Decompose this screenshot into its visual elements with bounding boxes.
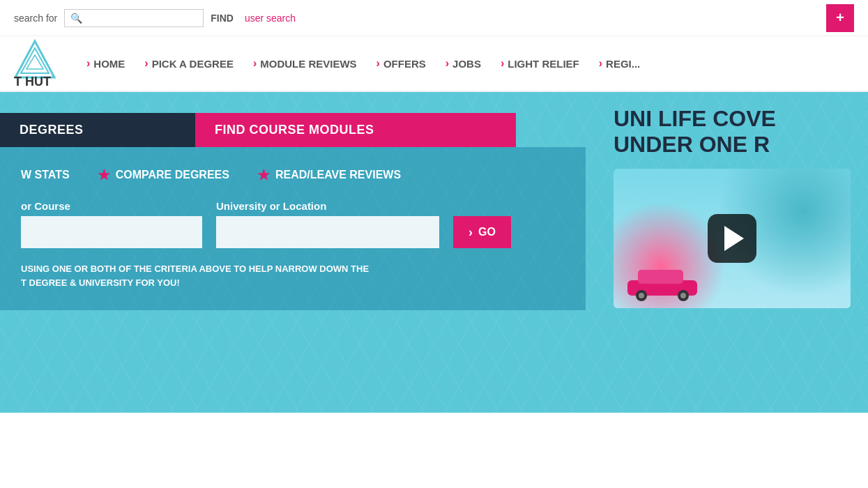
nav-item-light-relief[interactable]: › LIGHT RELIEF xyxy=(491,36,589,91)
nav-label-module-reviews: MODULE REVIEWS xyxy=(260,58,356,70)
nav-label-offers: OFFERS xyxy=(383,58,426,70)
search-input[interactable] xyxy=(86,13,198,24)
search-for-label: search for xyxy=(14,13,57,24)
chevron-icon: › xyxy=(253,57,257,70)
search-panel: W STATS ★ COMPARE DEGREES ★ READ/LEAVE R… xyxy=(0,147,586,310)
feature-compare[interactable]: ★ COMPARE DEGREES xyxy=(98,167,229,183)
location-field-group: University or Location xyxy=(216,200,439,248)
nav-item-home[interactable]: › HOME xyxy=(77,36,135,91)
svg-rect-4 xyxy=(638,270,683,284)
logo-icon xyxy=(14,38,56,80)
video-thumbnail[interactable] xyxy=(614,169,851,308)
tab-find-modules[interactable]: FIND COURSE MODULES xyxy=(195,113,516,147)
features-row: W STATS ★ COMPARE DEGREES ★ READ/LEAVE R… xyxy=(21,167,565,183)
chevron-icon: › xyxy=(501,57,504,70)
find-button[interactable]: FIND xyxy=(211,13,234,24)
feature-stats[interactable]: W STATS xyxy=(21,169,70,181)
location-input[interactable] xyxy=(216,216,439,248)
nav-label-light-relief: LIGHT RELIEF xyxy=(508,58,579,70)
go-chevron-icon: › xyxy=(469,225,473,240)
chevron-icon: › xyxy=(144,57,148,70)
stats-label: W STATS xyxy=(21,169,70,181)
hero-section: DEGREES FIND COURSE MODULES W STATS ★ CO… xyxy=(0,92,868,413)
search-icon: 🔍 xyxy=(70,13,82,24)
tab-degrees-label: DEGREES xyxy=(20,123,84,137)
chevron-icon: › xyxy=(376,57,380,70)
chevron-icon: › xyxy=(86,57,90,70)
star-icon-reviews: ★ xyxy=(257,167,270,183)
promo-title: UNI LIFE COVE UNDER ONE R xyxy=(614,106,854,158)
fields-row: or Course University or Location › GO xyxy=(21,200,565,248)
top-bar: search for 🔍 FIND user search + xyxy=(0,0,868,36)
nav-label-pick-degree: PICK A DEGREE xyxy=(152,58,234,70)
top-bar-right-btn[interactable]: + xyxy=(826,4,854,32)
promo-title-line1: UNI LIFE COVE xyxy=(614,106,854,132)
course-label: or Course xyxy=(21,200,202,212)
play-button[interactable] xyxy=(708,214,756,263)
nav-label-jobs: JOBS xyxy=(452,58,481,70)
svg-point-7 xyxy=(639,293,644,298)
svg-marker-2 xyxy=(26,55,43,69)
go-button[interactable]: › GO xyxy=(453,216,511,248)
main-nav: › HOME › PICK A DEGREE › MODULE REVIEWS … xyxy=(77,36,854,91)
tab-modules-label: FIND COURSE MODULES xyxy=(215,123,374,137)
promo-title-line2: UNDER ONE R xyxy=(614,132,854,158)
header: T HUT › HOME › PICK A DEGREE › MODULE RE… xyxy=(0,36,868,92)
feature-reviews[interactable]: ★ READ/LEAVE REVIEWS xyxy=(257,167,401,183)
course-field-group: or Course xyxy=(21,200,202,248)
play-icon xyxy=(724,226,744,251)
main-tabs: DEGREES FIND COURSE MODULES xyxy=(0,113,586,147)
search-box: 🔍 xyxy=(64,9,204,27)
hint-text: USING ONE OR BOTH OF THE CRITERIA ABOVE … xyxy=(21,262,544,289)
logo-area: T HUT xyxy=(14,38,56,89)
nav-item-module-reviews[interactable]: › MODULE REVIEWS xyxy=(243,36,367,91)
nav-item-jobs[interactable]: › JOBS xyxy=(436,36,491,91)
logo-text: T HUT xyxy=(14,75,51,89)
location-label: University or Location xyxy=(216,200,439,212)
reviews-label: READ/LEAVE REVIEWS xyxy=(275,169,401,181)
star-icon-compare: ★ xyxy=(98,167,110,183)
nav-label-regi: REGI... xyxy=(606,58,640,70)
hero-left: DEGREES FIND COURSE MODULES W STATS ★ CO… xyxy=(0,92,607,331)
nav-label-home: HOME xyxy=(93,58,125,70)
hero-right: UNI LIFE COVE UNDER ONE R xyxy=(607,92,868,322)
video-car-graphic xyxy=(620,259,704,301)
nav-item-pick-degree[interactable]: › PICK A DEGREE xyxy=(135,36,243,91)
svg-point-8 xyxy=(680,293,686,298)
tab-degrees[interactable]: DEGREES xyxy=(0,113,195,147)
compare-label: COMPARE DEGREES xyxy=(116,169,229,181)
go-label: GO xyxy=(478,226,496,238)
nav-item-regi[interactable]: › REGI... xyxy=(589,36,650,91)
chevron-icon: › xyxy=(446,57,449,70)
chevron-icon: › xyxy=(599,57,602,70)
course-input[interactable] xyxy=(21,216,202,248)
nav-item-offers[interactable]: › OFFERS xyxy=(367,36,436,91)
user-search-link[interactable]: user search xyxy=(245,13,296,24)
